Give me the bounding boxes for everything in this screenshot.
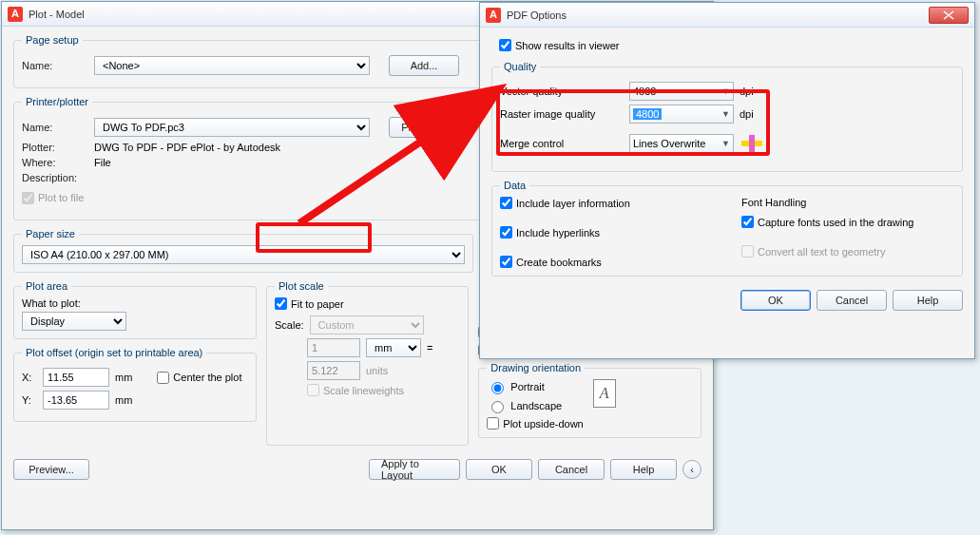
svg-rect-2 — [749, 141, 755, 146]
portrait-radio[interactable]: Portrait — [487, 379, 583, 394]
scale-den-unit: units — [366, 365, 388, 376]
app-icon: A — [486, 8, 501, 23]
quality-group: Quality Vector quality 4800▼ dpi Raster … — [491, 61, 963, 172]
offset-legend: Plot offset (origin set to printable are… — [22, 347, 206, 358]
upside-down-checkbox[interactable]: Plot upside-down — [487, 417, 583, 430]
vector-quality-unit: dpi — [740, 86, 754, 97]
landscape-radio[interactable]: Landscape — [487, 398, 583, 413]
pdf-ok-button[interactable]: OK — [740, 290, 811, 311]
font-handling-label: Font Handling — [741, 197, 954, 208]
raster-quality-unit: dpi — [740, 108, 754, 120]
apply-to-layout-button[interactable]: Apply to Layout — [369, 459, 460, 480]
include-hyperlinks-checkbox[interactable]: Include hyperlinks — [500, 226, 713, 239]
offset-x-input[interactable] — [43, 368, 109, 387]
create-bookmarks-checkbox[interactable]: Create bookmarks — [500, 256, 713, 268]
convert-text-checkbox: Convert all text to geometry — [741, 245, 954, 258]
data-legend: Data — [500, 180, 529, 191]
pdf-options-dialog: A PDF Options Show results in viewer Qua… — [479, 2, 975, 359]
scale-select: Custom — [310, 315, 424, 334]
offset-y-input[interactable] — [43, 391, 109, 410]
scale-lineweights-checkbox: Scale lineweights — [307, 384, 460, 396]
pagesetup-name-label: Name: — [22, 60, 88, 71]
scale-den-input — [307, 361, 360, 380]
offset-x-unit: mm — [115, 372, 132, 383]
merge-control-select[interactable]: Lines Overwrite▼ — [629, 134, 734, 153]
printer-legend: Printer/plotter — [22, 96, 92, 107]
printer-properties-button[interactable]: Properti... — [389, 117, 459, 138]
raster-quality-select[interactable]: 4800▼ — [629, 105, 734, 124]
app-icon: A — [8, 7, 23, 22]
pdf-titlebar[interactable]: A PDF Options — [480, 3, 974, 28]
include-layer-checkbox[interactable]: Include layer information — [500, 197, 713, 209]
pagesetup-name-select[interactable]: <None> — [94, 56, 370, 75]
scale-unit-select[interactable]: mm — [366, 338, 421, 357]
pagesetup-add-button[interactable]: Add... — [389, 55, 459, 76]
center-plot-checkbox[interactable]: Center the plot — [157, 372, 241, 384]
orientation-group: Drawing orientation Portrait Landscape P… — [478, 362, 701, 438]
plot-ok-button[interactable]: OK — [466, 459, 532, 480]
scale-eq: = — [427, 342, 432, 353]
plotter-value: DWG To PDF - PDF ePlot - by Autodesk — [94, 142, 280, 153]
plotarea-legend: Plot area — [22, 280, 71, 292]
page-setup-legend: Page setup — [22, 34, 83, 46]
printer-name-label: Name: — [22, 122, 88, 133]
papersize-group: Paper size ISO A4 (210.00 x 297.00 MM) — [13, 228, 473, 273]
pdf-help-button[interactable]: Help — [893, 290, 963, 311]
where-label: Where: — [22, 157, 88, 168]
merge-icon — [740, 133, 764, 154]
capture-fonts-checkbox[interactable]: Capture fonts used in the drawing — [741, 216, 954, 228]
plot-help-button[interactable]: Help — [610, 459, 677, 480]
what-to-plot-select[interactable]: Display — [22, 312, 126, 331]
plotscale-group: Plot scale Fit to paper Scale: Custom mm… — [266, 280, 469, 446]
quality-legend: Quality — [500, 61, 540, 72]
orientation-legend: Drawing orientation — [487, 362, 585, 373]
vector-quality-select[interactable]: 4800▼ — [629, 82, 734, 101]
raster-quality-label: Raster image quality — [500, 108, 624, 120]
offset-y-unit: mm — [115, 394, 132, 406]
scale-label: Scale: — [275, 319, 304, 331]
what-to-plot-label: What to plot: — [22, 297, 248, 309]
show-results-checkbox[interactable]: Show results in viewer — [499, 39, 963, 51]
preview-button[interactable]: Preview... — [13, 459, 89, 480]
where-value: File — [94, 157, 111, 168]
expand-button[interactable]: ‹ — [682, 460, 701, 479]
vector-quality-label: Vector quality — [500, 86, 624, 97]
papersize-legend: Paper size — [22, 228, 79, 239]
fit-to-paper-checkbox[interactable]: Fit to paper — [275, 297, 460, 310]
offset-y-label: Y: — [22, 394, 37, 406]
offset-x-label: X: — [22, 372, 37, 383]
plot-cancel-button[interactable]: Cancel — [538, 459, 605, 480]
pdf-cancel-button[interactable]: Cancel — [817, 290, 887, 311]
close-icon — [943, 10, 954, 20]
plotscale-legend: Plot scale — [275, 280, 328, 292]
plotarea-group: Plot area What to plot: Display — [13, 280, 257, 339]
description-label: Description: — [22, 172, 88, 183]
plot-to-file-checkbox: Plot to file — [22, 192, 84, 204]
scale-num-input — [307, 338, 360, 357]
close-button[interactable] — [929, 7, 969, 24]
printer-name-select[interactable]: DWG To PDF.pc3 — [94, 118, 370, 137]
pdf-title: PDF Options — [507, 10, 929, 21]
offset-group: Plot offset (origin set to printable are… — [13, 347, 257, 422]
papersize-select[interactable]: ISO A4 (210.00 x 297.00 MM) — [22, 245, 465, 264]
data-group: Data Include layer information Include h… — [491, 180, 963, 277]
orientation-icon: A — [593, 379, 616, 408]
plotter-label: Plotter: — [22, 142, 88, 153]
merge-control-label: Merge control — [500, 138, 624, 149]
